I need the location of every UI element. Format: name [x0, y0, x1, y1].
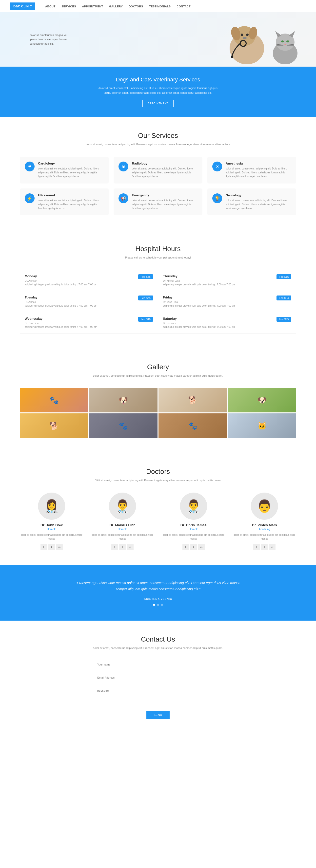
- service-desc: dolor sit amet, consectetur adipiscing e…: [38, 167, 104, 179]
- service-icon: ❤: [25, 161, 34, 172]
- svg-point-4: [241, 34, 243, 36]
- hours-day: Saturday: [163, 317, 235, 320]
- dot-2[interactable]: [157, 604, 159, 606]
- hours-info: Monday Dr. Alankeri adipiscing integer g…: [25, 274, 97, 286]
- service-info: Neurology dolor sit amet, consectetur ad…: [226, 193, 291, 210]
- nav-link-appointment[interactable]: APPOINTMENT: [82, 5, 103, 8]
- doctor-card: 👨‍⚕️ Dr. Chris Jemes Homeln dolor sit am…: [162, 493, 225, 550]
- hero-banner-description: dolor sit amet, consectetur adipiscing e…: [96, 86, 220, 95]
- doctor-desc: dolor sit amet, consectetur adipiscing a…: [162, 533, 225, 541]
- service-icon: ⚡: [25, 193, 34, 203]
- gallery-item[interactable]: 🐶: [228, 388, 296, 412]
- hours-row-saturday: Saturday Dr. Kinsmen adipiscing integer …: [158, 312, 296, 334]
- doctor-desc: dolor sit amet, consectetur adipiscing a…: [91, 533, 154, 541]
- social-btn-1[interactable]: f: [182, 544, 189, 550]
- social-btn-2[interactable]: t: [119, 544, 126, 550]
- nav-link-doctors[interactable]: DOCTORS: [128, 5, 143, 8]
- service-name: Anesthesia: [226, 161, 291, 165]
- service-card-emergency: 📢 Emergency dolor sit amet, consectetur …: [114, 188, 202, 215]
- hero-dog-svg: [220, 16, 274, 66]
- hospital-hours-section: Hospital Hours Please call us to schedul…: [0, 230, 316, 348]
- contact-message-input[interactable]: [96, 686, 220, 706]
- doctors-subtitle: Blitit sit amet, consectetur adipiscing …: [20, 478, 296, 483]
- service-info: Ultrasound dolor sit amet, consectetur a…: [38, 193, 104, 210]
- nav-link-about[interactable]: ABOUT: [45, 5, 56, 8]
- hours-doctor: Dr. Kinsmen: [163, 321, 235, 325]
- hours-grid: Monday Dr. Alankeri adipiscing integer g…: [20, 270, 296, 334]
- social-btn-3[interactable]: in: [269, 544, 276, 550]
- dot-1[interactable]: [153, 604, 155, 606]
- doctor-card: 👩‍⚕️ Dr. Jonh Dow Homeln dolor sit amet,…: [20, 493, 83, 550]
- hours-info: Saturday Dr. Kinsmen adipiscing integer …: [163, 317, 235, 329]
- gallery-item[interactable]: 🐾: [20, 388, 88, 412]
- service-desc: dolor sit amet, consectetur adipiscing e…: [38, 198, 104, 210]
- gallery-item[interactable]: 🐶: [89, 388, 157, 412]
- svg-point-8: [231, 56, 233, 58]
- social-btn-1[interactable]: f: [40, 544, 47, 550]
- gallery-item[interactable]: 🐾: [89, 413, 157, 438]
- hours-info: Thursday Dr. Michel Luke adipiscing inte…: [163, 274, 235, 286]
- social-btn-1[interactable]: f: [111, 544, 118, 550]
- service-icon: 📢: [118, 193, 128, 203]
- services-title: Our Services: [20, 132, 296, 140]
- service-desc: dolor sit amet, consectetur adipiscing e…: [132, 198, 198, 210]
- doctors-title: Doctors: [20, 468, 296, 475]
- hours-desc: adipiscing integer gravida velit quis do…: [163, 283, 235, 286]
- doctor-desc: dolor sit amet, consectetur adipiscing a…: [233, 533, 296, 541]
- hours-day: Friday: [163, 296, 235, 299]
- doctor-role: Homeln: [162, 528, 225, 531]
- social-btn-1[interactable]: f: [253, 544, 260, 550]
- service-name: Radiology: [132, 161, 198, 165]
- testimonial-dots: [25, 604, 291, 606]
- send-button[interactable]: SEND: [146, 711, 170, 719]
- service-name: Emergency: [132, 193, 198, 197]
- testimonial-quote: "Praesent eget risus vitae massa dolor s…: [71, 580, 245, 592]
- doctor-socials: f t in: [162, 544, 225, 550]
- social-btn-2[interactable]: t: [261, 544, 268, 550]
- service-name: Ultrasound: [38, 193, 104, 197]
- gallery-grid: 🐾 🐶 🐕 🐶 🐕 🐾 🐾 🐱: [20, 388, 296, 438]
- service-icon: ☢: [118, 161, 128, 172]
- dot-3[interactable]: [161, 604, 163, 606]
- service-info: Cardiology dolor sit amet, consectetur a…: [38, 161, 104, 179]
- doctor-socials: f t in: [20, 544, 83, 550]
- contact-name-input[interactable]: [96, 660, 220, 669]
- doctor-avatar: 👩‍⚕️: [38, 493, 65, 520]
- nav-link-contact[interactable]: CONTACT: [177, 5, 191, 8]
- services-subtitle: dolor sit amet, consectetur adipiscing e…: [20, 142, 296, 147]
- hours-row-tuesday: Tuesday Dr. Alimco adipiscing integer gr…: [20, 291, 158, 312]
- service-name: Cardiology: [38, 161, 104, 165]
- hours-info: Tuesday Dr. Alimco adipiscing integer gr…: [25, 296, 97, 308]
- nav-link-testimonials[interactable]: TESTIMONIALS: [149, 5, 171, 8]
- social-btn-2[interactable]: t: [190, 544, 197, 550]
- hours-desc: adipiscing integer gravida velit quis do…: [163, 325, 235, 329]
- social-btn-3[interactable]: in: [198, 544, 205, 550]
- gallery-item[interactable]: 🐕: [159, 388, 227, 412]
- service-card-cardiology: ❤ Cardiology dolor sit amet, consectetur…: [20, 157, 109, 184]
- service-card-anesthesia: ✕ Anesthesia dolor sit amet, consectetur…: [207, 157, 296, 184]
- service-info: Anesthesia dolor sit amet, consectetur, …: [226, 161, 291, 179]
- doctor-name: Dr. Markus Linn: [91, 523, 154, 527]
- testimonial-author: KRISTENA VELNIC: [25, 597, 291, 600]
- doctor-name: Dr. Chris Jemes: [162, 523, 225, 527]
- service-name: Neurology: [226, 193, 291, 197]
- hospital-hours-subtitle: Please call us to schedule your pet appo…: [20, 255, 296, 260]
- social-btn-3[interactable]: in: [127, 544, 134, 550]
- appointment-button[interactable]: APPOINTMENT: [142, 100, 173, 107]
- doctor-avatar: 👨‍⚕️: [180, 493, 207, 520]
- gallery-item[interactable]: 🐾: [159, 413, 227, 438]
- gallery-item[interactable]: 🐱: [228, 413, 296, 438]
- contact-form: SEND: [96, 660, 220, 719]
- contact-email-input[interactable]: [96, 673, 220, 682]
- hours-row-wednesday: Wednesday Dr. Graceion adipiscing intege…: [20, 312, 158, 334]
- nav-logo[interactable]: D&C CLINIC: [10, 2, 35, 10]
- social-btn-2[interactable]: t: [48, 544, 55, 550]
- social-btn-3[interactable]: in: [56, 544, 63, 550]
- nav-link-services[interactable]: SERVICES: [61, 5, 76, 8]
- doctor-name: Dr. Jonh Dow: [20, 523, 83, 527]
- nav-link-gallery[interactable]: GALLERY: [109, 5, 123, 8]
- service-icon: 🏆: [212, 193, 222, 203]
- hours-desc: adipiscing integer gravida velit quis do…: [25, 304, 97, 308]
- fee-badge: Fee $84: [277, 296, 291, 301]
- gallery-item[interactable]: 🐕: [20, 413, 88, 438]
